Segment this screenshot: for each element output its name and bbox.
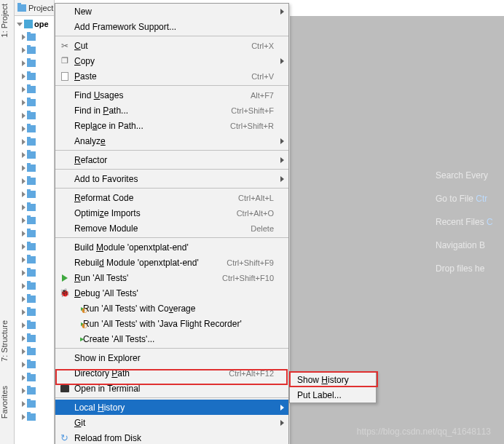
paste-icon: [61, 72, 68, 81]
menu-cut[interactable]: CutCtrl+X: [55, 38, 288, 53]
tree-row[interactable]: [15, 332, 54, 345]
expand-icon[interactable]: [22, 296, 25, 302]
project-tree[interactable]: ope: [15, 16, 54, 424]
expand-icon[interactable]: [22, 87, 25, 92]
menu-open-in-terminal[interactable]: Open in Terminal: [55, 381, 288, 396]
menu-copy[interactable]: Copy: [55, 53, 288, 68]
tree-row[interactable]: [15, 83, 54, 96]
expand-icon[interactable]: [22, 165, 25, 171]
tool-tab-favorites[interactable]: Favorites: [0, 386, 15, 419]
tree-row[interactable]: [15, 227, 54, 240]
tree-row[interactable]: [15, 31, 54, 44]
tree-row[interactable]: [15, 280, 54, 293]
tree-row[interactable]: [15, 188, 54, 201]
menu-refactor[interactable]: Refactor: [55, 152, 288, 167]
tree-root-row[interactable]: ope: [15, 17, 54, 31]
tool-tab-structure[interactable]: 7: Structure: [0, 320, 15, 362]
menu-show-in-explorer[interactable]: Show in Explorer: [55, 350, 288, 365]
expand-icon[interactable]: [17, 23, 23, 26]
tool-tab-project[interactable]: 1: Project: [0, 4, 15, 37]
folder-icon: [27, 151, 36, 159]
expand-icon[interactable]: [22, 270, 25, 276]
folder-icon: [27, 204, 36, 211]
expand-icon[interactable]: [22, 191, 25, 197]
tree-row[interactable]: [15, 109, 54, 122]
expand-icon[interactable]: [22, 218, 25, 223]
tree-row[interactable]: [15, 214, 54, 227]
tree-row[interactable]: [15, 306, 54, 319]
expand-icon[interactable]: [22, 74, 25, 79]
tree-row[interactable]: [15, 57, 54, 70]
menu-git[interactable]: Git: [55, 415, 288, 430]
expand-icon[interactable]: [22, 244, 25, 250]
expand-icon[interactable]: [22, 401, 25, 407]
menu-local-history[interactable]: Local History: [55, 400, 288, 415]
tree-row[interactable]: [15, 135, 54, 148]
expand-icon[interactable]: [22, 414, 25, 420]
expand-icon[interactable]: [22, 349, 25, 354]
expand-icon[interactable]: [22, 126, 25, 132]
menu-run-coverage[interactable]: Run 'All Tests' with Coverage: [55, 301, 288, 316]
tree-row[interactable]: [15, 175, 54, 188]
tree-row[interactable]: [15, 201, 54, 214]
menu-paste[interactable]: PasteCtrl+V: [55, 68, 288, 84]
tree-row[interactable]: [15, 240, 54, 253]
expand-icon[interactable]: [22, 388, 25, 394]
submenu-put-label[interactable]: Put Label...: [290, 387, 376, 403]
tree-row[interactable]: [15, 397, 54, 411]
tree-row[interactable]: [15, 162, 54, 175]
tree-row[interactable]: [15, 44, 54, 57]
expand-icon[interactable]: [22, 113, 25, 119]
tree-row[interactable]: [15, 345, 54, 358]
expand-icon[interactable]: [22, 309, 25, 315]
menu-optimize-imports[interactable]: Optimize ImportsCtrl+Alt+O: [55, 205, 288, 221]
expand-icon[interactable]: [22, 60, 25, 66]
tree-row[interactable]: [15, 371, 54, 384]
menu-directory-path[interactable]: Directory PathCtrl+Alt+F12: [55, 365, 288, 381]
tree-row[interactable]: [15, 319, 54, 332]
menu-create-run[interactable]: Create 'All Tests'...: [55, 331, 288, 346]
expand-icon[interactable]: [22, 205, 25, 210]
tree-row[interactable]: [15, 253, 54, 266]
tree-row[interactable]: [15, 411, 54, 424]
menu-run[interactable]: Run 'All Tests'Ctrl+Shift+F10: [55, 270, 288, 285]
expand-icon[interactable]: [22, 34, 25, 40]
menu-reload-from-disk[interactable]: Reload from Disk: [55, 430, 288, 444]
menu-replace-in-path[interactable]: Replace in Path...Ctrl+Shift+R: [55, 118, 288, 133]
tree-row[interactable]: [15, 384, 54, 397]
expand-icon[interactable]: [22, 336, 25, 341]
menu-analyze[interactable]: Analyze: [55, 133, 288, 148]
expand-icon[interactable]: [22, 231, 25, 237]
tree-row[interactable]: [15, 96, 54, 109]
expand-icon[interactable]: [22, 139, 25, 145]
tree-row[interactable]: [15, 148, 54, 162]
menu-add-framework[interactable]: Add Framework Support...: [55, 19, 288, 34]
menu-find-usages[interactable]: Find UsagesAlt+F7: [55, 87, 288, 103]
expand-icon[interactable]: [22, 362, 25, 368]
expand-icon[interactable]: [22, 152, 25, 158]
menu-add-to-favorites[interactable]: Add to Favorites: [55, 171, 288, 186]
menu-remove-module[interactable]: Remove ModuleDelete: [55, 221, 288, 236]
menu-run-jfr[interactable]: Run 'All Tests' with 'Java Flight Record…: [55, 316, 288, 331]
menu-new[interactable]: New: [55, 4, 288, 19]
expand-icon[interactable]: [22, 100, 25, 106]
expand-icon[interactable]: [22, 283, 25, 289]
menu-reformat[interactable]: Reformat CodeCtrl+Alt+L: [55, 190, 288, 205]
menu-debug[interactable]: Debug 'All Tests': [55, 285, 288, 301]
tree-row[interactable]: [15, 358, 54, 371]
jfr-icon: [78, 320, 87, 328]
expand-icon[interactable]: [22, 257, 25, 263]
menu-find-in-path[interactable]: Find in Path...Ctrl+Shift+F: [55, 103, 288, 118]
tree-row[interactable]: [15, 293, 54, 306]
chevron-right-icon: [280, 420, 284, 426]
tree-row[interactable]: [15, 70, 54, 83]
expand-icon[interactable]: [22, 178, 25, 184]
menu-rebuild-module[interactable]: Rebuild Module 'openxtplat-end'Ctrl+Shif…: [55, 255, 288, 270]
menu-build-module[interactable]: Build Module 'openxtplat-end': [55, 239, 288, 255]
expand-icon[interactable]: [22, 322, 25, 328]
tree-row[interactable]: [15, 266, 54, 280]
submenu-show-history[interactable]: Show History: [290, 372, 376, 387]
expand-icon[interactable]: [22, 47, 25, 53]
tree-row[interactable]: [15, 122, 54, 135]
expand-icon[interactable]: [22, 375, 25, 381]
